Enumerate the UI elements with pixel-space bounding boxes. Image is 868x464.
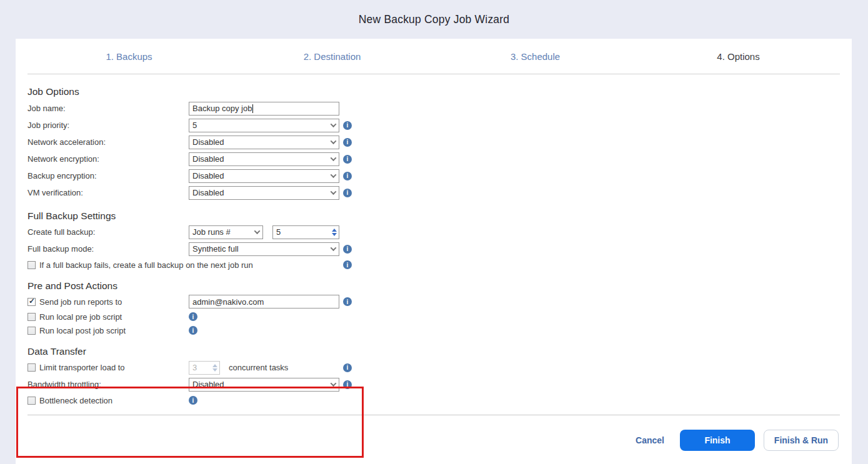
info-icon[interactable] (343, 172, 352, 180)
post-script-label: Run local post job script (39, 326, 126, 335)
concurrent-tasks-suffix: concurrent tasks (229, 363, 288, 372)
info-icon[interactable] (189, 326, 197, 335)
info-icon[interactable] (343, 155, 352, 164)
info-icon[interactable] (343, 297, 352, 306)
full-backup-count-stepper[interactable]: 5 (272, 225, 339, 239)
chevron-down-icon (327, 378, 339, 391)
network-acceleration-row: Network acceleration: Disabled (27, 134, 852, 151)
chevron-down-icon (327, 119, 339, 132)
post-script-row: Run local post job script (27, 323, 852, 337)
wizard-panel: 1. Backups 2. Destination 3. Schedule 4.… (16, 39, 852, 464)
post-script-checkbox[interactable] (27, 327, 36, 335)
bandwidth-throttling-select[interactable]: Disabled (189, 378, 339, 392)
full-backup-fail-label: If a full backup fails, create a full ba… (39, 260, 253, 270)
job-name-value: Backup copy job (192, 104, 252, 113)
report-email-value: admin@nakivo.com (192, 297, 264, 307)
bandwidth-throttling-label: Bandwidth throttling: (27, 380, 189, 389)
info-icon[interactable] (189, 396, 197, 405)
info-icon[interactable] (343, 189, 352, 197)
send-reports-row: Send job run reports to admin@nakivo.com (27, 294, 852, 310)
vm-verification-row: VM verification: Disabled (27, 184, 852, 201)
chevron-down-icon (327, 153, 339, 165)
job-name-input[interactable]: Backup copy job (189, 102, 339, 116)
chevron-down-icon (327, 187, 339, 199)
network-acceleration-label: Network acceleration: (27, 137, 189, 147)
vm-verification-label: VM verification: (27, 188, 189, 197)
wizard-steps: 1. Backups 2. Destination 3. Schedule 4.… (27, 39, 840, 74)
footer-divider (27, 415, 840, 415)
full-backup-mode-row: Full backup mode: Synthetic full (27, 240, 852, 257)
stepper-arrows (210, 362, 219, 374)
backup-encryption-label: Backup encryption: (27, 171, 189, 180)
limit-transporter-row: Limit transporter load to 3 concurrent t… (27, 359, 852, 376)
vm-verification-select[interactable]: Disabled (189, 186, 339, 200)
chevron-down-icon (327, 136, 339, 149)
limit-transporter-label: Limit transporter load to (39, 363, 125, 372)
job-priority-row: Job priority: 5 (27, 117, 852, 134)
job-name-row: Job name: Backup copy job (27, 100, 852, 117)
concurrent-tasks-stepper: 3 (189, 361, 220, 375)
arrow-up-icon (212, 364, 217, 367)
info-icon[interactable] (343, 138, 352, 147)
backup-encryption-select[interactable]: Disabled (189, 169, 339, 183)
chevron-down-icon (251, 226, 262, 239)
send-reports-label: Send job run reports to (39, 297, 122, 307)
job-priority-label: Job priority: (27, 121, 189, 130)
full-backup-fail-checkbox[interactable] (27, 261, 36, 269)
chevron-down-icon (327, 170, 339, 182)
pre-script-checkbox[interactable] (27, 313, 36, 321)
network-encryption-select[interactable]: Disabled (189, 152, 339, 166)
info-icon[interactable] (189, 312, 197, 321)
cancel-button[interactable]: Cancel (636, 435, 664, 445)
pre-script-row: Run local pre job script (27, 310, 852, 323)
arrow-down-icon (212, 368, 217, 372)
network-encryption-row: Network encryption: Disabled (27, 151, 852, 167)
info-icon[interactable] (343, 363, 352, 372)
info-icon[interactable] (343, 121, 352, 130)
wizard-title-bar: New Backup Copy Job Wizard (0, 0, 868, 39)
create-full-backup-label: Create full backup: (27, 227, 189, 237)
limit-transporter-checkbox[interactable] (27, 363, 36, 372)
tab-options[interactable]: 4. Options (637, 39, 840, 74)
pre-post-actions-heading: Pre and Post Actions (27, 280, 852, 292)
job-priority-select[interactable]: 5 (189, 119, 339, 132)
report-email-input[interactable]: admin@nakivo.com (189, 295, 339, 309)
tab-backups[interactable]: 1. Backups (27, 39, 231, 74)
pre-script-label: Run local pre job script (39, 312, 122, 322)
tab-schedule[interactable]: 3. Schedule (434, 39, 637, 74)
bandwidth-throttling-row: Bandwidth throttling: Disabled (27, 376, 852, 393)
page-title: New Backup Copy Job Wizard (359, 13, 510, 26)
send-reports-checkbox[interactable] (27, 298, 36, 306)
chevron-down-icon (327, 243, 339, 255)
create-full-backup-mode-select[interactable]: Job runs # (189, 225, 263, 239)
arrow-down-icon[interactable] (332, 233, 337, 236)
finish-and-run-button[interactable]: Finish & Run (764, 430, 839, 451)
network-encryption-label: Network encryption: (27, 154, 189, 164)
finish-button[interactable]: Finish (680, 430, 755, 451)
network-acceleration-select[interactable]: Disabled (189, 136, 339, 149)
text-caret (252, 104, 253, 113)
info-icon[interactable] (343, 380, 352, 389)
create-full-backup-row: Create full backup: Job runs # 5 (27, 224, 852, 240)
stepper-arrows[interactable] (329, 226, 339, 239)
full-backup-fail-row: If a full backup fails, create a full ba… (27, 257, 852, 272)
backup-encryption-row: Backup encryption: Disabled (27, 167, 852, 184)
bottleneck-detection-label: Bottleneck detection (39, 396, 112, 405)
info-icon[interactable] (343, 245, 352, 254)
job-options-heading: Job Options (27, 86, 852, 98)
full-backup-heading: Full Backup Settings (27, 210, 852, 222)
info-icon[interactable] (343, 260, 352, 269)
bottleneck-detection-checkbox[interactable] (27, 397, 36, 405)
footer-actions: Cancel Finish Finish & Run (27, 430, 852, 451)
options-form: Job Options Job name: Backup copy job Jo… (16, 86, 852, 451)
job-name-label: Job name: (27, 104, 189, 113)
full-backup-mode-label: Full backup mode: (27, 244, 189, 254)
arrow-up-icon[interactable] (332, 229, 337, 232)
data-transfer-heading: Data Transfer (27, 345, 852, 358)
tab-destination[interactable]: 2. Destination (231, 39, 434, 74)
full-backup-mode-select[interactable]: Synthetic full (189, 242, 339, 256)
bottleneck-detection-row: Bottleneck detection (27, 393, 852, 408)
